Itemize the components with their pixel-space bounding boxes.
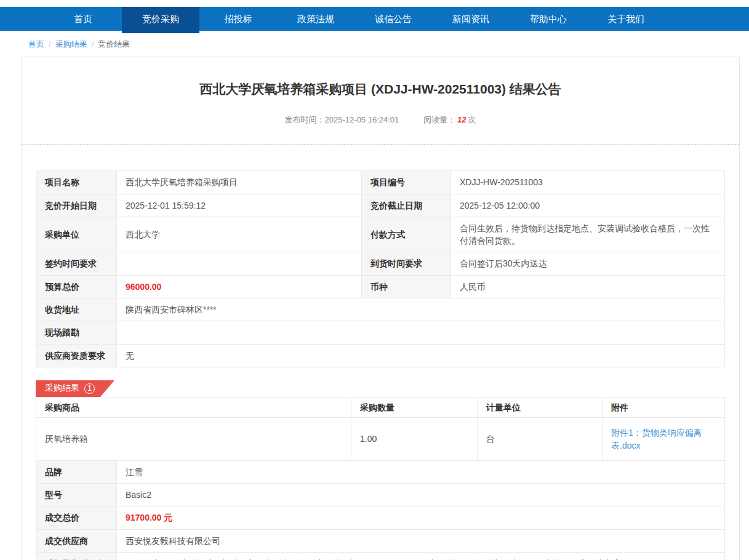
model-label: 型号 [36,484,117,506]
article-meta: 发布时间：2025-12-05 16:24:01 阅读量：12次 [22,114,739,126]
project-number-value: XDJJ-HW-202511003 [451,171,725,194]
product-column-header: 采购商品 [36,397,351,417]
purchase-result-badge-label: 采购结果 [45,383,79,394]
signing-time-value [117,252,362,275]
bid-deadline-value: 2025-12-05 12:00:00 [451,194,725,217]
purchase-result-badge: 采购结果 1 [36,380,114,397]
purchaser-label: 采购单位 [36,217,117,252]
breadcrumb-purchase-results-link[interactable]: 采购结果 [55,39,87,49]
breadcrumb-separator: / [92,39,94,49]
site-survey-value [117,321,725,344]
product-value: 厌氧培养箱 [36,418,351,461]
deal-total-price-label: 成交总价 [36,506,117,529]
delivery-address-label: 收货地址 [36,298,117,321]
table-row: 现场踏勘 [36,321,725,344]
nav-item-policies[interactable]: 政策法规 [277,7,354,31]
table-row: 采购单位 西北大学 付款方式 合同生效后，待货物到达指定地点、安装调试验收合格后… [36,217,725,252]
project-name-label: 项目名称 [36,171,117,194]
warranty-service-value: 即时响应(包括电话响应);电话响应无法解决24小时内到达现场。修复时间48小时内… [117,553,725,560]
winning-supplier-value: 西安悦友毅科技有限公司 [117,529,725,552]
table-row: 签约时间要求 到货时间要求 合同签订后30天内送达 [36,252,725,275]
delivery-time-value: 合同签订后30天内送达 [451,252,725,275]
table-header-row: 采购商品 采购数量 计量单位 附件 [36,397,725,417]
deal-detail-table: 品牌 江雪 型号 Basic2 成交总价 91700.00 元 成交供应商 西安… [36,460,725,560]
top-navbar: 首页 竞价采购 招投标 政策法规 诚信公告 新闻资讯 帮助中心 关于我们 [0,7,749,31]
budget-total-label: 预算总价 [36,275,117,298]
nav-item-news[interactable]: 新闻资讯 [432,7,510,31]
nav-items: 首页 竞价采购 招投标 政策法规 诚信公告 新闻资讯 帮助中心 关于我们 [44,7,749,31]
attachment-link[interactable]: 附件1：货物类响应偏离表.docx [611,428,702,450]
table-row: 成交总价 91700.00 元 [36,506,725,529]
breadcrumb-current-page: 竞价结果 [98,39,130,49]
table-row: 项目名称 西北大学厌氧培养箱采购项目 项目编号 XDJJ-HW-20251100… [36,171,725,194]
project-name-value: 西北大学厌氧培养箱采购项目 [117,171,362,194]
purchaser-value: 西北大学 [117,217,362,252]
supplier-qualification-label: 供应商资质要求 [36,344,117,367]
table-row: 质保及售后服务 即时响应(包括电话响应);电话响应无法解决24小时内到达现场。修… [36,553,725,560]
currency-value: 人民币 [451,275,725,298]
project-number-label: 项目编号 [362,171,451,194]
nav-item-home[interactable]: 首页 [44,7,122,31]
tables-wrap: 项目名称 西北大学厌氧培养箱采购项目 项目编号 XDJJ-HW-20251100… [22,145,739,560]
attachment-cell: 附件1：货物类响应偏离表.docx [603,418,725,461]
view-count: 阅读量：12次 [423,115,476,124]
unit-value: 台 [478,418,603,461]
site-survey-label: 现场踏勘 [36,321,117,344]
view-count-value: 12 [457,115,466,124]
table-row: 竞价开始日期 2025-12-01 15:59:12 竞价截止日期 2025-1… [36,194,725,217]
table-row: 供应商资质要求 无 [36,344,725,367]
model-value: Basic2 [117,484,725,506]
purchase-result-table: 采购商品 采购数量 计量单位 附件 厌氧培养箱 1.00 台 附件1：货物类响应… [36,397,725,461]
budget-total-value: 96000.00 [117,275,362,298]
publish-time-value: 2025-12-05 16:24:01 [325,115,399,124]
attachment-column-header: 附件 [603,397,725,417]
quantity-column-header: 采购数量 [351,397,478,417]
quantity-value: 1.00 [351,418,478,461]
table-row: 预算总价 96000.00 币种 人民币 [36,275,725,298]
nav-item-bidding-purchase[interactable]: 竞价采购 [122,7,199,33]
breadcrumb: 首页/采购结果/竞价结果 [0,31,749,57]
brand-label: 品牌 [36,460,117,483]
brand-value: 江雪 [117,460,725,483]
table-row: 收货地址 陕西省西安市碑林区**** [36,298,725,321]
bid-start-date-value: 2025-12-01 15:59:12 [117,194,362,217]
delivery-address-value: 陕西省西安市碑林区**** [117,298,725,321]
currency-label: 币种 [362,275,451,298]
nav-item-about-us[interactable]: 关于我们 [587,7,665,31]
publish-time-label: 发布时间： [285,115,325,124]
nav-item-tendering[interactable]: 招投标 [199,7,277,31]
page-title: 西北大学厌氧培养箱采购项目 (XDJJ-HW-202511003) 结果公告 [58,81,702,97]
nav-item-integrity-notice[interactable]: 诚信公告 [354,7,432,31]
breadcrumb-separator: / [49,39,51,49]
announcement-card: 西北大学厌氧培养箱采购项目 (XDJJ-HW-202511003) 结果公告 发… [21,57,740,560]
table-row: 厌氧培养箱 1.00 台 附件1：货物类响应偏离表.docx [36,418,725,461]
winning-supplier-label: 成交供应商 [36,529,117,552]
unit-column-header: 计量单位 [478,397,603,417]
payment-method-value: 合同生效后，待货物到达指定地点、安装调试验收合格后，一次性付清合同货款。 [451,217,725,252]
deal-total-price-value: 91700.00 元 [117,506,725,529]
table-row: 成交供应商 西安悦友毅科技有限公司 [36,529,725,552]
view-count-unit: 次 [468,115,476,124]
breadcrumb-home-link[interactable]: 首页 [28,39,44,49]
bid-deadline-label: 竞价截止日期 [362,194,451,217]
table-row: 品牌 江雪 [36,460,725,483]
warranty-service-label: 质保及售后服务 [36,553,117,560]
delivery-time-label: 到货时间要求 [362,252,451,275]
table-row: 型号 Basic2 [36,484,725,506]
bid-start-date-label: 竞价开始日期 [36,194,117,217]
view-count-label: 阅读量： [423,115,455,124]
purchase-result-badge-count: 1 [84,383,95,394]
supplier-qualification-value: 无 [117,344,725,367]
publish-time: 发布时间：2025-12-05 16:24:01 [285,115,399,124]
signing-time-label: 签约时间要求 [36,252,117,275]
project-info-table: 项目名称 西北大学厌氧培养箱采购项目 项目编号 XDJJ-HW-20251100… [36,170,725,367]
payment-method-label: 付款方式 [362,217,451,252]
nav-item-help-center[interactable]: 帮助中心 [510,7,587,31]
